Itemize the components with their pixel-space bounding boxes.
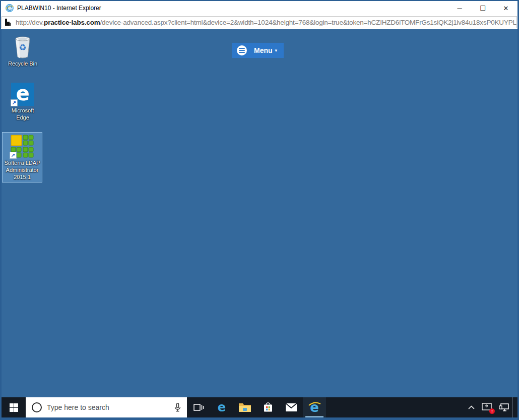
url-input[interactable]: http://dev.practice-labs.com/device-adva… bbox=[2, 16, 517, 28]
remote-desktop: Menu ▾ ♻ Recycle Bin e ↗ Microsoft Edge bbox=[2, 29, 517, 417]
desktop-icon-softerra-ldap-administrator[interactable]: ↗ Softerra LDAP Administrator 2015.1 bbox=[2, 132, 42, 183]
system-tray: ! bbox=[465, 397, 517, 417]
taskbar: Type here to search e bbox=[2, 397, 517, 417]
close-button[interactable]: ✕ bbox=[494, 1, 517, 15]
address-bar: http://dev.practice-labs.com/device-adva… bbox=[1, 15, 517, 29]
desktop-icon-microsoft-edge[interactable]: e ↗ Microsoft Edge bbox=[5, 81, 41, 123]
taskbar-search-input[interactable]: Type here to search bbox=[26, 397, 187, 417]
url-text: http://dev.practice-labs.com/device-adva… bbox=[16, 19, 517, 26]
task-view-icon bbox=[193, 402, 204, 413]
softerra-grid-icon: ↗ bbox=[10, 134, 34, 158]
windows-logo-icon bbox=[10, 403, 18, 412]
show-desktop-button[interactable] bbox=[512, 397, 515, 417]
url-path: /device-advanced.aspx?client=html&device… bbox=[100, 19, 517, 26]
cortana-icon bbox=[32, 402, 42, 412]
window-title: PLABWIN10 - Internet Explorer bbox=[17, 5, 448, 12]
tray-attention-button[interactable]: ! bbox=[478, 397, 495, 417]
chevron-up-icon bbox=[468, 405, 475, 409]
icon-label: Softerra LDAP Administrator 2015.1 bbox=[4, 160, 41, 181]
svg-text:♻: ♻ bbox=[19, 42, 26, 52]
tray-chevron-up-button[interactable] bbox=[465, 397, 478, 417]
internet-explorer-icon: e bbox=[307, 400, 321, 414]
maximize-button[interactable]: ☐ bbox=[471, 1, 494, 15]
start-button[interactable] bbox=[2, 397, 26, 417]
recycle-bin-icon: ♻ bbox=[12, 35, 34, 59]
microphone-icon[interactable] bbox=[174, 403, 181, 412]
file-explorer-icon bbox=[238, 402, 251, 413]
shortcut-arrow-icon: ↗ bbox=[10, 152, 17, 159]
svg-text:e: e bbox=[218, 401, 226, 414]
url-prefix: http://dev. bbox=[16, 19, 44, 26]
icon-label: Recycle Bin bbox=[8, 61, 37, 68]
shortcut-arrow-icon: ↗ bbox=[11, 99, 18, 106]
notification-badge-icon: ! bbox=[489, 408, 495, 414]
url-domain: practice-labs.com bbox=[44, 19, 100, 26]
practice-labs-favicon bbox=[5, 18, 12, 26]
task-view-button[interactable] bbox=[187, 397, 210, 417]
internet-explorer-icon bbox=[5, 4, 14, 13]
store-icon bbox=[262, 401, 274, 413]
lab-menu-button[interactable]: Menu ▾ bbox=[232, 43, 284, 58]
desktop-icon-recycle-bin[interactable]: ♻ Recycle Bin bbox=[5, 33, 41, 69]
search-placeholder: Type here to search bbox=[47, 403, 168, 411]
mail-icon bbox=[285, 402, 298, 412]
menu-label: Menu bbox=[254, 46, 273, 54]
network-icon bbox=[499, 403, 509, 412]
chevron-down-icon: ▾ bbox=[275, 48, 278, 53]
taskbar-store-button[interactable] bbox=[256, 397, 280, 417]
hamburger-circle-icon bbox=[237, 45, 247, 55]
microsoft-edge-icon: e bbox=[215, 401, 228, 414]
taskbar-internet-explorer-button[interactable]: e bbox=[303, 397, 326, 417]
icon-label: Microsoft Edge bbox=[6, 107, 40, 122]
taskbar-file-explorer-button[interactable] bbox=[233, 397, 256, 417]
edge-tile-icon: e ↗ bbox=[11, 83, 34, 106]
taskbar-edge-button[interactable]: e bbox=[210, 397, 233, 417]
tray-network-button[interactable] bbox=[495, 397, 512, 417]
minimize-button[interactable]: ─ bbox=[448, 1, 471, 15]
taskbar-mail-button[interactable] bbox=[280, 397, 303, 417]
active-app-indicator bbox=[305, 416, 323, 417]
window-titlebar: PLABWIN10 - Internet Explorer ─ ☐ ✕ bbox=[1, 1, 517, 15]
